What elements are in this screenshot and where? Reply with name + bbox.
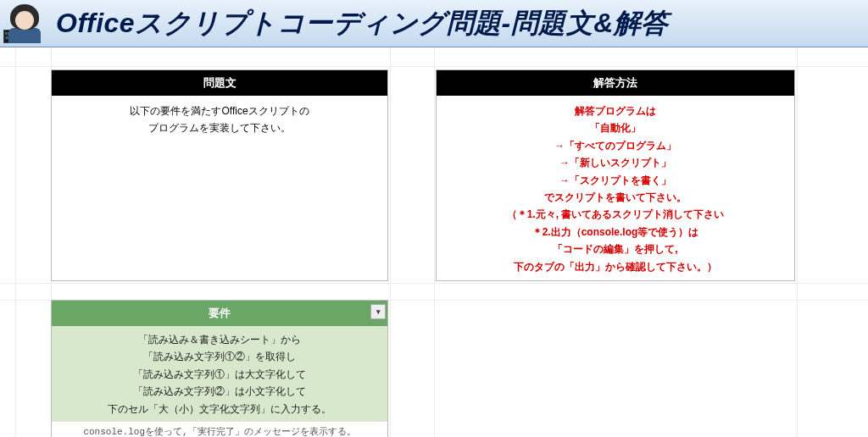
answer-method-line: でスクリプトを書いて下さい。 <box>442 189 789 206</box>
requirements-heading-label: 要件 <box>209 307 231 319</box>
problem-panel: 問題文 以下の要件を満たすOfficeスクリプトの プログラムを実装して下さい。 <box>51 69 388 281</box>
problem-text-line: 以下の要件を満たすOfficeスクリプトの <box>57 102 382 119</box>
requirements-line: 下のセル「大（小）文字化文字列」に入力する。 <box>55 401 384 418</box>
answer-method-body: 解答プログラムは 「自動化」 →「すべてのプログラム」 →「新しいスクリプト」 … <box>437 96 794 282</box>
dropdown-icon[interactable]: ▾ <box>370 304 386 319</box>
requirements-line: 「読み込み文字列①」は大文字化して <box>55 366 384 383</box>
answer-method-line: →「スクリプトを書く」 <box>442 172 789 189</box>
problem-text-line: プログラムを実装して下さい。 <box>57 119 382 136</box>
problem-heading: 問題文 <box>52 70 387 96</box>
answer-method-heading: 解答方法 <box>437 70 794 96</box>
answer-method-panel: 解答方法 解答プログラムは 「自動化」 →「すべてのプログラム」 →「新しいスク… <box>436 69 795 281</box>
requirements-note: console.logを使って,「実行完了」のメッセージを表示する。 <box>52 421 387 437</box>
avatar: 01 1010 11 <box>3 3 46 45</box>
worksheet-area: 問題文 以下の要件を満たすOfficeスクリプトの プログラムを実装して下さい。… <box>0 47 868 437</box>
requirements-line: 「読み込み文字列②」は小文字化して <box>55 383 384 400</box>
requirements-body: 「読み込み＆書き込みシート」から 「読み込み文字列①②」を取得し 「読み込み文字… <box>52 326 387 421</box>
answer-method-line: （＊1.元々, 書いてあるスクリプト消して下さい <box>442 206 789 223</box>
answer-method-line: 解答プログラムは <box>442 102 789 119</box>
page-header: 01 1010 11 Officeスクリプトコーディング問題-問題文&解答 <box>0 0 868 47</box>
requirements-line: 「読み込み＆書き込みシート」から <box>55 331 384 348</box>
answer-method-line: 「自動化」 <box>442 119 789 136</box>
page-title: Officeスクリプトコーディング問題-問題文&解答 <box>56 5 669 42</box>
answer-method-line: 下のタブの「出力」から確認して下さい。） <box>442 258 789 275</box>
requirements-heading: 要件 ▾ <box>52 301 387 326</box>
answer-method-line: →「すべてのプログラム」 <box>442 137 789 154</box>
requirements-panel: 要件 ▾ 「読み込み＆書き込みシート」から 「読み込み文字列①②」を取得し 「読… <box>51 300 388 437</box>
problem-body: 以下の要件を満たすOfficeスクリプトの プログラムを実装して下さい。 <box>52 96 387 144</box>
answer-method-line: ＊2.出力（console.log等で使う）は <box>442 224 789 241</box>
answer-method-line: 「コードの編集」を押して, <box>442 241 789 257</box>
answer-method-line: →「新しいスクリプト」 <box>442 154 789 171</box>
requirements-line: 「読み込み文字列①②」を取得し <box>55 348 384 365</box>
